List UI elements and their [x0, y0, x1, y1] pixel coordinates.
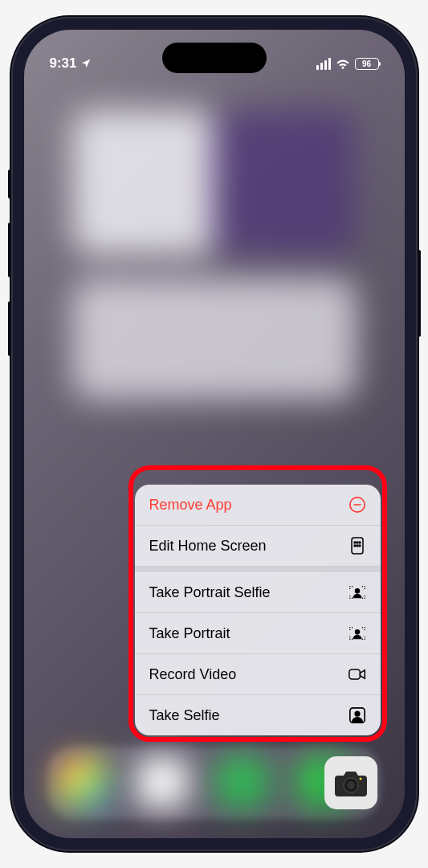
- left-side-buttons: [8, 170, 11, 380]
- svg-rect-35: [349, 669, 360, 679]
- svg-point-27: [364, 629, 365, 630]
- svg-point-40: [359, 778, 361, 780]
- svg-point-25: [364, 627, 365, 628]
- svg-point-18: [351, 598, 352, 599]
- menu-item-label: Remove App: [149, 497, 232, 514]
- context-menu: Remove App Edit Home Screen: [135, 485, 381, 735]
- svg-point-26: [349, 629, 350, 630]
- right-side-button: [418, 250, 421, 337]
- menu-item-label: Record Video: [149, 666, 237, 683]
- person-portrait-icon: [349, 624, 366, 642]
- status-time: 9:31: [50, 55, 77, 72]
- svg-point-29: [364, 637, 365, 637]
- svg-point-14: [364, 588, 365, 589]
- wifi-icon: [336, 58, 350, 69]
- phone-screen: 9:31 96: [24, 30, 405, 838]
- menu-item-take-portrait-selfie[interactable]: Take Portrait Selfie: [135, 572, 381, 613]
- camera-app-icon[interactable]: [324, 756, 377, 809]
- svg-point-5: [359, 542, 361, 543]
- svg-point-22: [349, 627, 350, 628]
- svg-point-13: [349, 588, 350, 589]
- svg-point-8: [359, 545, 361, 547]
- svg-point-16: [364, 596, 365, 596]
- battery-level: 96: [362, 59, 371, 68]
- svg-point-33: [364, 639, 365, 640]
- svg-point-7: [357, 545, 358, 547]
- menu-item-take-selfie[interactable]: Take Selfie: [135, 695, 381, 735]
- battery-icon: 96: [355, 58, 379, 70]
- svg-point-3: [354, 542, 356, 543]
- svg-point-17: [349, 598, 350, 599]
- menu-item-label: Take Selfie: [149, 707, 220, 724]
- menu-item-record-video[interactable]: Record Video: [135, 654, 381, 695]
- video-camera-icon: [349, 665, 366, 683]
- svg-point-28: [349, 637, 350, 637]
- phone-device-frame: 9:31 96: [11, 17, 418, 851]
- menu-item-label: Take Portrait Selfie: [149, 584, 271, 601]
- apps-grid-icon: [349, 537, 366, 555]
- svg-point-39: [347, 781, 355, 789]
- svg-point-12: [364, 586, 365, 587]
- svg-point-15: [349, 596, 350, 596]
- svg-point-6: [354, 545, 356, 547]
- svg-point-24: [361, 627, 362, 628]
- camera-icon: [333, 768, 369, 798]
- svg-point-9: [349, 586, 350, 587]
- person-square-icon: [349, 706, 366, 724]
- svg-point-37: [355, 711, 360, 716]
- svg-point-21: [354, 588, 359, 593]
- svg-point-23: [351, 627, 352, 628]
- dynamic-island: [162, 43, 267, 73]
- menu-item-label: Take Portrait: [149, 625, 230, 642]
- person-portrait-icon: [349, 583, 366, 601]
- svg-point-31: [351, 639, 352, 640]
- status-right: 96: [316, 58, 379, 70]
- menu-item-take-portrait[interactable]: Take Portrait: [135, 613, 381, 654]
- svg-point-20: [364, 598, 365, 599]
- menu-item-label: Edit Home Screen: [149, 538, 267, 555]
- svg-point-34: [354, 629, 359, 634]
- svg-point-19: [361, 598, 362, 599]
- menu-separator: [135, 567, 381, 572]
- widget-blurred: [212, 110, 357, 255]
- clock-widget-blurred: [72, 110, 217, 255]
- svg-point-11: [361, 586, 362, 587]
- svg-point-4: [357, 542, 358, 543]
- menu-item-edit-home-screen[interactable]: Edit Home Screen: [135, 526, 381, 567]
- menu-item-remove-app[interactable]: Remove App: [135, 485, 381, 526]
- svg-point-32: [361, 639, 362, 640]
- svg-point-30: [349, 639, 350, 640]
- dock-apps-blurred: [56, 756, 350, 809]
- note-widget-blurred: [72, 279, 357, 399]
- svg-point-10: [351, 586, 352, 587]
- cellular-signal-icon: [316, 58, 331, 70]
- minus-circle-icon: [349, 496, 366, 514]
- status-left: 9:31: [50, 55, 92, 72]
- location-arrow-icon: [80, 58, 92, 69]
